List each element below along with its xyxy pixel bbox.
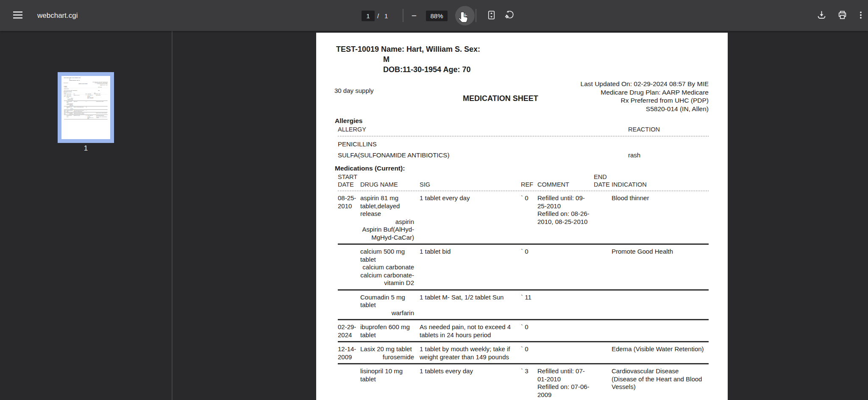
end-date-cell xyxy=(594,245,612,289)
drug-generic-name: warfarin xyxy=(360,309,416,317)
header-line-bottom: REF xyxy=(521,181,537,188)
allergy-column-header: ALLERGY xyxy=(338,126,628,133)
rotate-counterclockwise-icon xyxy=(505,10,515,21)
indication-cell xyxy=(612,291,709,319)
allergy-reaction xyxy=(628,140,709,148)
header-line-top xyxy=(360,173,420,181)
sheet-title: MEDICATION SHEET xyxy=(463,94,538,103)
allergy-row: PENICILLINS xyxy=(338,137,709,148)
sig-cell: 1 tablet every day xyxy=(420,191,521,243)
header-line-bottom: DATE xyxy=(594,181,612,188)
allergies-header-row: ALLERGY REACTION xyxy=(338,126,709,137)
ref-cell: ` 0 xyxy=(521,320,537,341)
page-number-input[interactable]: 1 xyxy=(362,11,375,21)
end-date-cell xyxy=(594,320,612,341)
ref-cell: ` 0 xyxy=(521,191,537,243)
menu-button[interactable] xyxy=(10,8,25,23)
page-thumbnail-preview: TEST-10019 Name: Hart, William S. Sex: M… xyxy=(61,76,110,139)
toolbar-divider xyxy=(403,9,403,22)
header-line-bottom: DRUG NAME xyxy=(360,181,420,188)
document-title: webchart.cgi xyxy=(37,0,78,31)
start-date-cell: 02-29-2024 xyxy=(338,320,360,341)
indication-cell: Blood thinner xyxy=(612,191,709,243)
end-date-cell xyxy=(594,291,612,319)
comment-line: Refilled until: 07-01-2010 xyxy=(537,367,590,383)
header-line-top xyxy=(420,173,521,181)
hamburger-icon xyxy=(13,14,23,21)
drug-brand-name: calcium 500 mg tablet xyxy=(360,248,416,263)
sig-cell: 1 tablet M- Sat, 1/2 tablet Sun xyxy=(420,291,521,319)
pdf-toolbar: webchart.cgi 1 / 1 − 88% + xyxy=(0,0,868,31)
comment-cell xyxy=(537,320,594,341)
header-line-top xyxy=(521,173,537,181)
thumbnail-sidebar[interactable]: TEST-10019 Name: Hart, William S. Sex: M… xyxy=(0,31,172,400)
drug-plan: Medicare Drug Plan: AARP Medicare xyxy=(581,88,709,97)
page-thumbnail[interactable]: TEST-10019 Name: Hart, William S. Sex: M… xyxy=(58,72,114,143)
comment-cell xyxy=(537,245,594,289)
allergy-name: SULFA(SULFONAMIDE ANTIBIOTICS) xyxy=(338,151,628,159)
comment-cell: Refilled until: 09-25-2010Refilled on: 0… xyxy=(537,191,594,243)
header-line-bottom: COMMENT xyxy=(537,181,594,188)
indication-cell: Edema (Visible Water Retention) xyxy=(612,342,709,363)
header-line-top xyxy=(612,173,709,181)
page-separator: / xyxy=(377,11,379,21)
header-line-bottom: DATE xyxy=(338,181,360,188)
reaction-column-header: REACTION xyxy=(628,126,709,133)
fit-to-page-button[interactable] xyxy=(484,8,499,23)
medication-row: Coumadin 5 mg tabletwarfarin1 tablet M- … xyxy=(338,291,709,321)
header-line-top: START xyxy=(338,173,360,181)
ref-cell: ` 3 xyxy=(521,364,537,400)
header-line-top: END xyxy=(594,173,612,181)
header-line-bottom: INDICATION xyxy=(612,181,709,188)
indication-cell xyxy=(612,320,709,341)
download-button[interactable] xyxy=(814,8,829,23)
patient-id-name: TEST-10019 Name: Hart, William S. Sex: xyxy=(336,45,480,54)
header-line-top xyxy=(537,173,594,181)
medication-column-header: INDICATION xyxy=(612,173,709,188)
allergy-reaction: rash xyxy=(628,151,709,159)
comment-cell: Refilled until: 07-01-2010Refilled on: 0… xyxy=(537,364,594,400)
drug-generic-name: Aspirin Buf(AlHyd-MgHyd-CaCar) xyxy=(360,226,416,241)
rotate-button[interactable] xyxy=(502,8,517,23)
medication-row: calcium 500 mg tabletcalcium carbonateca… xyxy=(338,245,709,291)
kebab-menu-icon xyxy=(856,10,865,22)
zoom-out-button[interactable]: − xyxy=(406,8,422,23)
sig-cell: As needed pain, not to exceed 4 tablets … xyxy=(420,320,521,341)
page-total: 1 xyxy=(384,11,388,21)
toolbar-divider xyxy=(476,9,476,22)
allergies-table: ALLERGY REACTION PENICILLINSSULFA(SULFON… xyxy=(338,126,709,159)
drug-plan-3: S5820-014 (IN, Allen) xyxy=(581,105,709,113)
comment-cell xyxy=(537,291,594,319)
drug-plan-2: Rx Preferred from UHC (PDP) xyxy=(581,96,709,105)
medication-row: lisinopril 10 mg tablet1 tablets every d… xyxy=(338,364,709,400)
medications-header-row: STARTDATEDRUG NAMESIGREFCOMMENTENDDATEIN… xyxy=(338,173,709,191)
pdf-viewer-window: { "toolbar": { "title": "webchart.cgi", … xyxy=(0,0,868,400)
drug-brand-name: aspirin 81 mg tablet,delayed release xyxy=(360,194,416,218)
drug-name-cell: Coumadin 5 mg tabletwarfarin xyxy=(360,291,420,319)
medication-column-header: STARTDATE xyxy=(338,173,360,188)
comment-cell xyxy=(537,342,594,363)
drug-generic-name: aspirin xyxy=(360,218,416,226)
drug-brand-name: ibuprofen 600 mg tablet xyxy=(360,323,416,339)
more-options-button[interactable] xyxy=(855,8,867,23)
start-date-cell: 08-25-2010 xyxy=(338,191,360,243)
print-button[interactable] xyxy=(835,8,850,23)
start-date-cell: 12-14-2009 xyxy=(338,342,360,363)
header-line-bottom: SIG xyxy=(420,181,521,188)
start-date-cell xyxy=(338,364,360,400)
document-viewport[interactable]: TEST-10019 Name: Hart, William S. Sex: M… xyxy=(172,31,868,400)
drug-generic-name: calcium carbonate xyxy=(360,263,416,271)
sig-cell: 1 tablet bid xyxy=(420,245,521,289)
patient-dob-age: DOB:11-30-1954 Age: 70 xyxy=(383,65,470,74)
document-page: TEST-10019 Name: Hart, William S. Sex: M… xyxy=(316,33,728,400)
medication-column-header: SIG xyxy=(420,173,521,188)
zoom-in-button[interactable]: + xyxy=(457,8,473,23)
print-icon xyxy=(837,10,848,22)
medications-heading: Medications (Current): xyxy=(335,165,405,172)
drug-name-cell: Lasix 20 mg tabletfurosemide xyxy=(360,342,420,363)
end-date-cell xyxy=(594,191,612,243)
start-date-cell xyxy=(338,245,360,289)
drug-brand-name: lisinopril 10 mg tablet xyxy=(360,367,416,383)
drug-name-cell: ibuprofen 600 mg tablet xyxy=(360,320,420,341)
sig-cell: 1 tablets every day xyxy=(420,364,521,400)
